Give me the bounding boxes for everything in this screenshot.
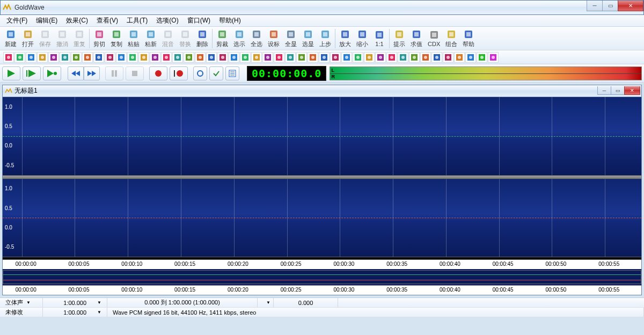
status-range-arrow[interactable]: ▼ <box>258 298 274 307</box>
left-channel[interactable]: 1.00.50.0-0.5 <box>3 97 641 176</box>
status-range[interactable]: 0.000 到 1:00.000 (1:00.000) <box>107 298 258 307</box>
rewind-button[interactable] <box>68 66 84 80</box>
close-button[interactable]: ✕ <box>618 1 643 11</box>
trim-button[interactable]: 剪裁 <box>214 28 231 49</box>
effect-button-41[interactable] <box>465 52 476 63</box>
menu-item[interactable]: 帮助(H) <box>215 15 245 26</box>
time-ruler-main[interactable]: 00:00:0000:00:0500:00:1000:00:1500:00:20… <box>3 259 641 269</box>
combine-button[interactable]: 组合 <box>443 28 460 49</box>
effect-button-37[interactable] <box>420 52 431 63</box>
minimize-button[interactable]: ─ <box>587 1 603 11</box>
effect-button-15[interactable] <box>172 52 183 63</box>
effect-button-39[interactable] <box>443 52 453 63</box>
doc-maximize-button[interactable]: ▭ <box>611 86 625 95</box>
status-duration[interactable]: 1:00.000▼ <box>43 298 107 307</box>
effect-button-18[interactable] <box>206 52 217 63</box>
effect-button-21[interactable] <box>240 52 251 63</box>
set-marker-button[interactable]: 设标 <box>265 28 282 49</box>
zoom-out-button[interactable]: 缩小 <box>354 28 371 49</box>
menu-item[interactable]: 效果(C) <box>62 15 92 26</box>
delete-button[interactable]: 删除 <box>194 28 211 49</box>
time-ruler-overview[interactable]: 00:00:0000:00:0500:00:1000:00:1500:00:20… <box>3 285 641 295</box>
effect-button-28[interactable] <box>319 52 330 63</box>
effect-button-12[interactable] <box>138 52 149 63</box>
check-button[interactable] <box>209 66 223 80</box>
effect-button-42[interactable] <box>477 52 487 63</box>
effect-button-38[interactable] <box>431 52 442 63</box>
right-channel[interactable]: 1.00.50.0-0.5 <box>3 179 641 258</box>
maximize-button[interactable]: ▭ <box>602 1 618 11</box>
record-new-button[interactable] <box>170 66 188 80</box>
effect-button-14[interactable] <box>161 52 172 63</box>
effect-button-31[interactable] <box>353 52 363 63</box>
waveform-area[interactable]: 1.00.50.0-0.5 1.00.50.0-0.5 00:00:0000:0… <box>3 97 641 295</box>
effect-button-40[interactable] <box>454 52 465 63</box>
effect-button-5[interactable] <box>60 52 70 63</box>
effect-button-26[interactable] <box>296 52 307 63</box>
mix-button[interactable]: 混音 <box>159 28 177 49</box>
copy-button[interactable]: 复制 <box>108 28 125 49</box>
pause-button[interactable] <box>105 66 123 80</box>
show-all-button[interactable]: 全显 <box>282 28 299 49</box>
zoom-in-button[interactable]: 放大 <box>336 28 354 49</box>
effect-button-10[interactable] <box>116 52 127 63</box>
doc-close-button[interactable]: ✕ <box>624 86 640 95</box>
paste-button[interactable]: 粘贴 <box>125 28 142 49</box>
effect-button-36[interactable] <box>409 52 420 63</box>
play-selection-button[interactable] <box>23 66 41 80</box>
menu-item[interactable]: 文件(F) <box>2 15 32 26</box>
menu-item[interactable]: 查看(V) <box>92 15 122 26</box>
effect-button-20[interactable] <box>229 52 239 63</box>
properties-button[interactable] <box>225 66 239 80</box>
record-button[interactable] <box>149 66 167 80</box>
prev-button[interactable]: 上步 <box>317 28 334 49</box>
effect-button-11[interactable] <box>127 52 138 63</box>
effect-button-30[interactable] <box>341 52 352 63</box>
select-all-button[interactable]: 全选 <box>248 28 265 49</box>
play-to-end-button[interactable] <box>43 66 61 80</box>
effect-button-27[interactable] <box>308 52 318 63</box>
zoom-11-button[interactable]: 1:1 <box>371 28 388 48</box>
effect-button-34[interactable] <box>386 52 397 63</box>
menu-item[interactable]: 窗口(W) <box>183 15 215 26</box>
effect-button-33[interactable] <box>375 52 386 63</box>
effect-button-23[interactable] <box>262 52 273 63</box>
select-show-button[interactable]: 选显 <box>299 28 317 49</box>
doc-minimize-button[interactable]: ─ <box>597 86 611 95</box>
cdx-button[interactable]: CDX <box>425 28 443 48</box>
menu-item[interactable]: 选项(O) <box>152 15 182 26</box>
effect-button-6[interactable] <box>71 52 82 63</box>
effect-button-35[interactable] <box>398 52 408 63</box>
open-button[interactable]: 打开 <box>19 28 36 49</box>
effect-button-43[interactable] <box>488 52 499 63</box>
status-channels[interactable]: 立体声▼ <box>0 298 43 307</box>
effect-button-13[interactable] <box>150 52 160 63</box>
effect-button-3[interactable] <box>37 52 48 63</box>
effect-button-24[interactable] <box>274 52 284 63</box>
effect-button-7[interactable] <box>82 52 93 63</box>
status-format[interactable]: Wave PCM signed 16 bit, 44100 Hz, 1411 k… <box>107 308 644 317</box>
eval-button[interactable]: 求值 <box>408 28 425 49</box>
effect-button-22[interactable] <box>251 52 262 63</box>
menu-item[interactable]: 编辑(E) <box>32 15 62 26</box>
effect-button-8[interactable] <box>93 52 104 63</box>
effect-button-17[interactable] <box>195 52 206 63</box>
effect-button-29[interactable] <box>330 52 341 63</box>
effect-button-2[interactable] <box>26 52 36 63</box>
help-button[interactable]: 帮助 <box>460 28 477 49</box>
play-button[interactable] <box>2 66 20 80</box>
effect-button-9[interactable] <box>105 52 115 63</box>
effect-button-16[interactable] <box>184 52 194 63</box>
cut-button[interactable]: 剪切 <box>91 28 108 49</box>
loop-button[interactable] <box>193 66 207 80</box>
replace-button[interactable]: 替换 <box>177 28 194 49</box>
undo-button[interactable]: 撤消 <box>54 28 71 49</box>
effect-button-19[interactable] <box>217 52 228 63</box>
save-button[interactable]: 保存 <box>36 28 54 49</box>
effect-button-32[interactable] <box>364 52 375 63</box>
select-button[interactable]: 选示 <box>231 28 248 49</box>
effect-button-4[interactable] <box>48 52 59 63</box>
effect-button-1[interactable] <box>14 52 25 63</box>
forward-button[interactable] <box>84 66 100 80</box>
stop-button[interactable] <box>126 66 144 80</box>
